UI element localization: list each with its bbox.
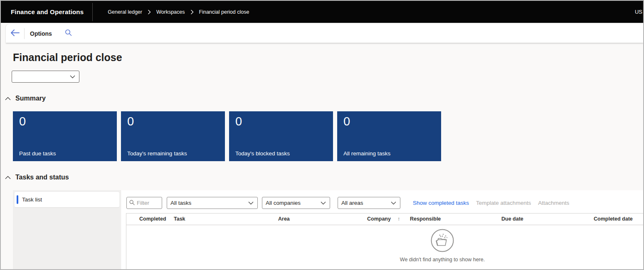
all-tasks-value: All tasks [167,200,248,206]
tile-count: 0 [19,115,26,128]
top-nav-bar: Finance and Operations General ledger Wo… [1,1,643,23]
column-header-task[interactable]: Task [174,216,185,222]
empty-state-message: We didn't find anything to show here. [359,257,526,263]
topbar-divider [92,3,93,21]
task-list-item-selected[interactable]: Task list [15,192,119,207]
chevron-down-icon [70,75,79,79]
search-icon [129,199,135,207]
task-list-item-label: Task list [22,196,42,203]
tile-count: 0 [235,115,242,128]
search-button[interactable] [65,29,72,38]
summary-section-header[interactable]: Summary [5,95,46,102]
breadcrumb-general-ledger[interactable]: General ledger [108,9,142,15]
chevron-down-icon [321,201,330,205]
show-completed-tasks-link[interactable]: Show completed tasks [413,200,469,206]
summary-section-label: Summary [15,95,46,102]
breadcrumb-financial-period-close: Financial period close [199,9,249,15]
column-header-completed[interactable]: Completed [139,216,166,222]
company-picker[interactable]: US [635,9,643,15]
financial-period-close-workspace: Finance and Operations General ledger Wo… [0,0,644,270]
tasks-grid: Completed Task Area Company ↑ Responsibl… [126,213,643,269]
tasks-status-section-label: Tasks and status [15,174,69,181]
tile-label: Past due tasks [19,150,56,157]
sort-ascending-icon: ↑ [397,216,400,222]
action-pane: Options [6,24,643,43]
column-header-due-date[interactable]: Due date [501,216,523,222]
all-tasks-dropdown[interactable]: All tasks [167,197,258,209]
chevron-down-icon [391,201,400,205]
tile-todays-blocked-tasks[interactable]: 0 Today's blocked tasks [229,111,333,161]
column-header-completed-date[interactable]: Completed date [594,216,633,222]
back-button[interactable] [6,29,24,38]
tile-label: All remaining tasks [343,150,390,157]
chevron-right-icon [190,10,194,15]
attachments-link: Attachments [538,200,569,206]
empty-folder-icon [431,229,454,254]
grid-filter-row: All tasks All companies All areas Show c… [121,197,643,209]
filter-field [126,197,162,209]
all-areas-dropdown[interactable]: All areas [338,197,400,209]
all-areas-value: All areas [338,200,391,206]
tile-label: Today's remaining tasks [127,150,187,157]
toolbar-divider [24,28,25,39]
chevron-up-icon [5,176,11,179]
breadcrumb-workspaces[interactable]: Workspaces [156,9,185,15]
tile-all-remaining-tasks[interactable]: 0 All remaining tasks [337,111,441,161]
grid-header-row: Completed Task Area Company ↑ Responsibl… [126,214,643,225]
chevron-up-icon [5,97,11,101]
template-attachments-link: Template attachments [476,200,531,206]
tile-count: 0 [127,115,134,128]
column-header-responsible[interactable]: Responsible [410,216,441,222]
column-header-area[interactable]: Area [278,216,290,222]
selected-indicator [17,195,18,204]
closing-schedule-dropdown[interactable] [12,71,79,83]
tile-past-due-tasks[interactable]: 0 Past due tasks [13,111,117,161]
breadcrumb: General ledger Workspaces Financial peri… [108,9,249,15]
options-menu-button[interactable]: Options [30,30,52,37]
tile-label: Today's blocked tasks [235,150,290,157]
chevron-right-icon [148,10,151,15]
all-companies-dropdown[interactable]: All companies [262,197,330,209]
grid-action-links: Show completed tasks Template attachment… [413,197,569,209]
search-icon [65,29,72,38]
tile-count: 0 [343,115,350,128]
tile-todays-remaining-tasks[interactable]: 0 Today's remaining tasks [121,111,225,161]
chevron-down-icon [248,201,257,205]
page-title: Financial period close [13,52,122,64]
task-list-panel: Task list [13,190,121,269]
filter-input[interactable] [137,200,159,206]
app-title[interactable]: Finance and Operations [1,8,84,15]
all-companies-value: All companies [262,200,321,206]
tasks-grid-pane: All tasks All companies All areas Show c… [121,190,643,269]
column-header-company[interactable]: Company [367,216,391,222]
tasks-status-section-header[interactable]: Tasks and status [5,174,69,181]
back-arrow-icon [10,29,20,38]
summary-tiles: 0 Past due tasks 0 Today's remaining tas… [13,111,441,161]
